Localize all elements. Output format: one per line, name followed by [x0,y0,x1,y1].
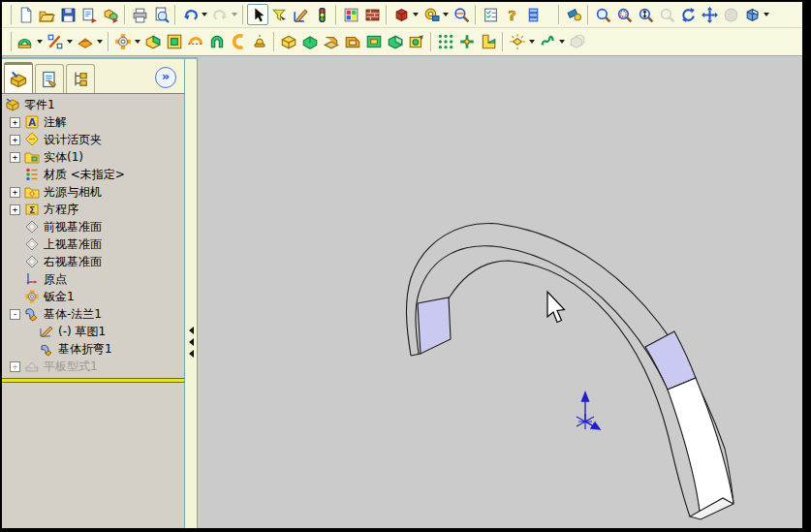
model-face-end-cap[interactable] [418,297,451,354]
tab-configurationmanager[interactable] [66,64,95,93]
tree-item-top-plane[interactable]: 上视基准面 [2,235,184,253]
miter-flange-icon[interactable] [185,31,206,52]
rip-dropdown[interactable] [559,40,565,44]
expand-icon[interactable]: + [10,152,20,163]
surfaces-dropdown[interactable] [97,40,103,44]
tree-item-sketch1[interactable]: (-) 草图1 [2,323,184,340]
flex-icon[interactable] [456,31,478,52]
tree-item-flat-pattern[interactable]: + 平板型式1 [2,358,184,375]
zoom-to-fit-icon[interactable] [592,4,613,25]
collapse-icon[interactable]: - [10,309,20,320]
rotate-view-icon[interactable] [677,4,699,25]
help-icon[interactable]: ? [501,4,522,25]
zoom-to-selection-icon[interactable] [656,4,677,25]
tree-item-origin[interactable]: 原点 [2,270,184,288]
tab-featuremanager[interactable] [4,62,33,93]
print-preview-icon[interactable] [150,4,172,25]
jog-icon[interactable] [228,31,249,52]
edit-material-icon[interactable] [361,4,383,25]
welded-corner-icon[interactable] [299,31,321,52]
model-face-flange[interactable] [668,378,733,518]
insert-bends-dropdown[interactable] [529,40,535,44]
design-checker-icon[interactable] [451,4,472,25]
undo-dropdown[interactable] [202,13,207,16]
insert-bends-icon[interactable] [507,31,528,52]
model-canvas[interactable] [198,57,802,528]
vent-icon[interactable] [406,31,427,52]
select-arrow-icon[interactable] [247,4,268,25]
tree-item-right-plane[interactable]: 右视基准面 [2,253,184,270]
view-orientation-icon[interactable] [563,4,584,25]
tree-item-sheet-metal[interactable]: 钣金1 [2,288,184,305]
splitter-collapse-icon[interactable] [189,350,194,358]
measure-icon[interactable] [421,4,442,25]
redo-icon[interactable] [209,4,231,25]
3d-content-icon[interactable] [390,4,412,25]
options-icon[interactable] [480,4,501,25]
tree-item-design-binder[interactable]: + 设计活页夹 [2,131,184,148]
tree-item-base-flange[interactable]: - 基体-法兰1 [2,305,184,323]
tree-item-material[interactable]: 材质 <未指定> [2,166,184,183]
toolbar-grip[interactable] [5,5,12,24]
selection-filter-icon[interactable] [268,4,290,25]
shaded-icon[interactable] [720,4,741,25]
save-icon[interactable] [57,4,78,25]
color-swatch-icon[interactable] [340,4,361,25]
display-style-icon[interactable] [741,4,763,25]
print-icon[interactable] [129,4,150,25]
measure-dropdown[interactable] [443,13,449,16]
redo-dropdown[interactable] [232,13,237,16]
edge-flange-icon[interactable] [164,31,185,52]
expand-icon[interactable]: + [10,204,20,215]
splitter-collapse-icon[interactable] [189,327,194,334]
tree-item-lights-cameras[interactable]: + 光源与相机 [2,183,184,201]
rollback-bar[interactable] [2,378,184,383]
break-corner-icon[interactable] [321,31,342,52]
features-icon[interactable] [15,31,36,52]
extruded-cut-icon[interactable] [385,31,406,52]
forming-tool-icon[interactable] [363,31,385,52]
base-flange-icon[interactable] [142,31,164,52]
undo-icon[interactable] [179,4,201,25]
tree-item-base-bend[interactable]: 基体折弯1 [2,340,184,358]
surfaces-icon[interactable] [75,31,96,52]
display-style-dropdown[interactable] [764,13,769,16]
new-icon[interactable] [15,4,36,25]
pan-icon[interactable] [699,4,720,25]
sheet-metal-gear-dropdown[interactable] [135,40,140,44]
make-assembly-icon[interactable] [100,4,121,25]
sketched-bend-icon[interactable] [249,31,270,52]
toolbar-grip[interactable] [5,32,12,51]
no-bends-icon[interactable] [567,31,588,52]
sketch-icon[interactable] [290,4,311,25]
splitter-collapse-icon[interactable] [189,338,194,346]
unfold-fold-icon[interactable] [478,31,499,52]
tree-item-part-root[interactable]: 零件1 [2,96,184,113]
tree-item-annotations[interactable]: + A 注解 [2,113,184,131]
open-icon[interactable] [36,4,57,25]
file-properties-icon[interactable] [522,4,544,25]
hem-icon[interactable] [206,31,228,52]
zoom-to-area-icon[interactable] [613,4,635,25]
zoom-in-out-icon[interactable] [635,4,656,25]
tab-propertymanager[interactable] [35,64,64,93]
tree-item-equations[interactable]: + Σ 方程序 [2,201,184,218]
expand-icon[interactable]: + [10,117,20,128]
graphics-area[interactable] [198,57,802,528]
sketch-tools-dropdown[interactable] [67,40,73,44]
linear-pattern-icon[interactable] [435,31,456,52]
panel-splitter[interactable] [184,57,198,528]
rip-icon[interactable] [537,31,558,52]
expand-icon[interactable]: + [10,187,20,198]
3d-content-dropdown[interactable] [413,13,419,16]
corner-trim-icon[interactable] [342,31,363,52]
make-drawing-icon[interactable] [78,4,100,25]
features-dropdown[interactable] [37,40,43,44]
closed-corner-icon[interactable] [278,31,299,52]
rebuild-icon[interactable] [311,4,332,25]
tree-item-front-plane[interactable]: 前视基准面 [2,218,184,235]
sheet-metal-gear-icon[interactable] [112,31,134,52]
expand-icon[interactable]: + [10,135,20,145]
tree-item-solid-bodies[interactable]: + 实体(1) [2,148,184,166]
panel-expand-chevron-icon[interactable]: » [155,67,176,88]
